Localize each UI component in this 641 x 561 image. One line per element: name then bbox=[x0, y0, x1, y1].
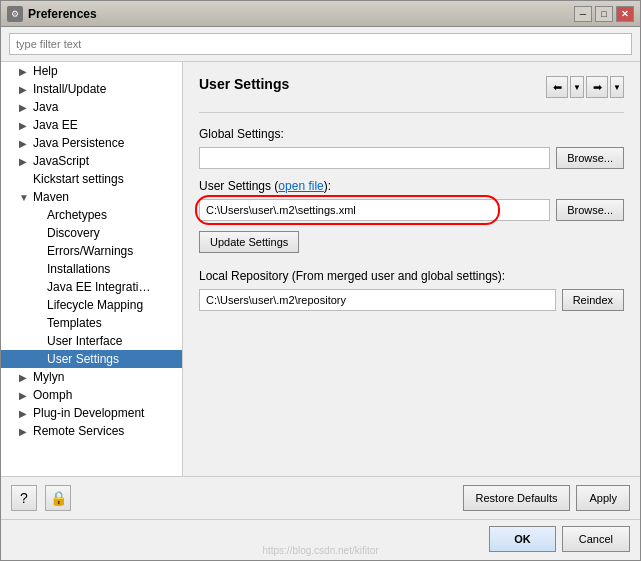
restore-defaults-button[interactable]: Restore Defaults bbox=[463, 485, 571, 511]
nav-btn-group: ⬅ ▼ ➡ ▼ bbox=[546, 76, 624, 98]
user-settings-browse-button[interactable]: Browse... bbox=[556, 199, 624, 221]
global-settings-input[interactable] bbox=[199, 147, 550, 169]
sidebar-item-kickstart-settings[interactable]: Kickstart settings bbox=[1, 170, 182, 188]
sidebar-item-mylyn[interactable]: ▶ Mylyn bbox=[1, 368, 182, 386]
sidebar-item-label: Java EE bbox=[33, 118, 78, 132]
sidebar-item-user-interface[interactable]: User Interface bbox=[1, 332, 182, 350]
sidebar-item-java-ee-integration[interactable]: Java EE Integrations bbox=[1, 278, 182, 296]
sidebar-item-oomph[interactable]: ▶ Oomph bbox=[1, 386, 182, 404]
sidebar-item-label: Archetypes bbox=[47, 208, 107, 222]
sidebar-item-templates[interactable]: Templates bbox=[1, 314, 182, 332]
title-bar-buttons: ─ □ ✕ bbox=[574, 6, 634, 22]
expand-arrow: ▶ bbox=[19, 84, 33, 95]
sidebar-item-label: Java bbox=[33, 100, 58, 114]
expand-arrow: ▶ bbox=[19, 408, 33, 419]
expand-arrow bbox=[33, 264, 47, 275]
sidebar-item-archetypes[interactable]: Archetypes bbox=[1, 206, 182, 224]
user-settings-suffix: ): bbox=[324, 179, 331, 193]
sidebar-item-label: Maven bbox=[33, 190, 69, 204]
forward-arrow-small[interactable]: ▼ bbox=[610, 76, 624, 98]
sidebar-item-label: Java Persistence bbox=[33, 136, 124, 150]
sidebar: ▶ Help ▶ Install/Update ▶ Java ▶ Java EE… bbox=[1, 62, 183, 476]
sidebar-item-label: User Settings bbox=[47, 352, 119, 366]
expand-arrow: ▶ bbox=[19, 120, 33, 131]
expand-arrow bbox=[33, 246, 47, 257]
help-icon-button[interactable]: ? bbox=[11, 485, 37, 511]
panel-title: User Settings bbox=[199, 76, 289, 98]
sidebar-item-java-persistence[interactable]: ▶ Java Persistence bbox=[1, 134, 182, 152]
bottom-right-area: Restore Defaults Apply bbox=[71, 485, 630, 511]
expand-arrow: ▶ bbox=[19, 138, 33, 149]
bottom-bar: ? 🔒 Restore Defaults Apply bbox=[1, 476, 640, 519]
sidebar-item-label: Mylyn bbox=[33, 370, 64, 384]
expand-arrow: ▶ bbox=[19, 390, 33, 401]
sidebar-item-label: Installations bbox=[47, 262, 110, 276]
sidebar-item-java[interactable]: ▶ Java bbox=[1, 98, 182, 116]
local-repo-label: Local Repository (From merged user and g… bbox=[199, 269, 624, 283]
sidebar-item-label: Discovery bbox=[47, 226, 100, 240]
sidebar-item-errors-warnings[interactable]: Errors/Warnings bbox=[1, 242, 182, 260]
user-settings-label-row: User Settings ( open file ): bbox=[199, 179, 624, 193]
sidebar-item-install-update[interactable]: ▶ Install/Update bbox=[1, 80, 182, 98]
maximize-button[interactable]: □ bbox=[595, 6, 613, 22]
dialog-icon: ⚙ bbox=[7, 6, 23, 22]
cancel-button[interactable]: Cancel bbox=[562, 526, 630, 552]
preferences-dialog: ⚙ Preferences ─ □ ✕ ▶ Help ▶ Install/Upd… bbox=[0, 0, 641, 561]
content-panel: User Settings ⬅ ▼ ➡ ▼ Global Settings: B… bbox=[183, 62, 640, 476]
expand-arrow: ▶ bbox=[19, 66, 33, 77]
sidebar-item-label: JavaScript bbox=[33, 154, 89, 168]
sidebar-item-label: Kickstart settings bbox=[33, 172, 124, 186]
sidebar-item-label: Templates bbox=[47, 316, 102, 330]
forward-button[interactable]: ➡ bbox=[586, 76, 608, 98]
close-button[interactable]: ✕ bbox=[616, 6, 634, 22]
expand-arrow: ▶ bbox=[19, 102, 33, 113]
local-repo-input[interactable] bbox=[199, 289, 556, 311]
sidebar-item-maven[interactable]: ▼ Maven bbox=[1, 188, 182, 206]
apply-button[interactable]: Apply bbox=[576, 485, 630, 511]
sidebar-item-label: Plug-in Development bbox=[33, 406, 144, 420]
sidebar-item-lifecycle-mapping[interactable]: Lifecycle Mapping bbox=[1, 296, 182, 314]
local-repo-section: Local Repository (From merged user and g… bbox=[199, 269, 624, 311]
sidebar-item-label: Errors/Warnings bbox=[47, 244, 133, 258]
title-bar: ⚙ Preferences ─ □ ✕ bbox=[1, 1, 640, 27]
expand-arrow bbox=[33, 336, 47, 347]
dialog-title: Preferences bbox=[28, 7, 574, 21]
ok-cancel-bar: https://blog.csdn.net/kifitor OK Cancel bbox=[1, 519, 640, 560]
update-settings-row: Update Settings bbox=[199, 231, 624, 253]
expand-arrow bbox=[33, 318, 47, 329]
local-repo-row: Reindex bbox=[199, 289, 624, 311]
sidebar-item-discovery[interactable]: Discovery bbox=[1, 224, 182, 242]
search-input[interactable] bbox=[9, 33, 632, 55]
main-content: ▶ Help ▶ Install/Update ▶ Java ▶ Java EE… bbox=[1, 62, 640, 476]
global-settings-label: Global Settings: bbox=[199, 127, 624, 141]
sidebar-item-remote-services[interactable]: ▶ Remote Services bbox=[1, 422, 182, 440]
ok-button[interactable]: OK bbox=[489, 526, 556, 552]
expand-arrow: ▶ bbox=[19, 372, 33, 383]
user-settings-input[interactable] bbox=[199, 199, 550, 221]
sidebar-item-label: Install/Update bbox=[33, 82, 106, 96]
minimize-button[interactable]: ─ bbox=[574, 6, 592, 22]
sidebar-item-help[interactable]: ▶ Help bbox=[1, 62, 182, 80]
expand-arrow bbox=[33, 228, 47, 239]
reindex-button[interactable]: Reindex bbox=[562, 289, 624, 311]
sidebar-item-java-ee[interactable]: ▶ Java EE bbox=[1, 116, 182, 134]
sidebar-item-javascript[interactable]: ▶ JavaScript bbox=[1, 152, 182, 170]
sidebar-item-label: Java EE Integrations bbox=[47, 280, 157, 294]
open-file-link[interactable]: open file bbox=[278, 179, 323, 193]
expand-arrow bbox=[33, 354, 47, 365]
update-settings-button[interactable]: Update Settings bbox=[199, 231, 299, 253]
global-browse-button[interactable]: Browse... bbox=[556, 147, 624, 169]
global-settings-row: Browse... bbox=[199, 147, 624, 169]
expand-arrow bbox=[19, 174, 33, 185]
back-button[interactable]: ⬅ bbox=[546, 76, 568, 98]
info-icon-button[interactable]: 🔒 bbox=[45, 485, 71, 511]
expand-arrow bbox=[33, 282, 47, 293]
sidebar-item-user-settings[interactable]: User Settings bbox=[1, 350, 182, 368]
sidebar-item-label: Oomph bbox=[33, 388, 72, 402]
sidebar-item-plugin-development[interactable]: ▶ Plug-in Development bbox=[1, 404, 182, 422]
expand-arrow: ▼ bbox=[19, 192, 33, 203]
sidebar-item-label: User Interface bbox=[47, 334, 122, 348]
sidebar-item-installations[interactable]: Installations bbox=[1, 260, 182, 278]
back-arrow-small[interactable]: ▼ bbox=[570, 76, 584, 98]
expand-arrow bbox=[33, 300, 47, 311]
